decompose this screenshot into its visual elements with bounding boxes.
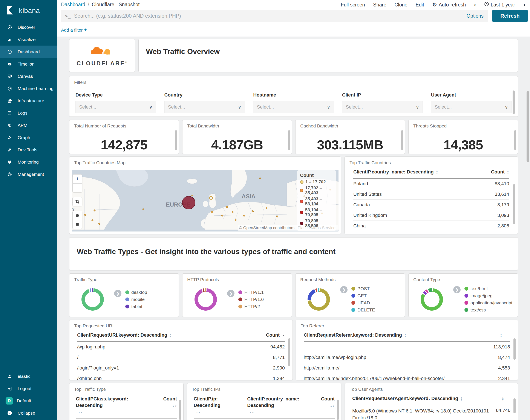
client-ip-select[interactable]: Select...∨ bbox=[342, 101, 423, 113]
add-filter-link[interactable]: Add a filter+ bbox=[61, 27, 87, 33]
sidebar-item-graph[interactable]: Graph bbox=[0, 131, 57, 144]
table-row: China2,805 bbox=[353, 221, 509, 231]
sidebar-item-machine-learning[interactable]: Machine Learning bbox=[0, 82, 57, 95]
table-row: /login/?login_only=12,990 bbox=[77, 363, 285, 373]
legend-item[interactable]: GET bbox=[351, 293, 375, 298]
column-header[interactable]: ClientRequestReferer.keyword: Descending… bbox=[304, 332, 498, 338]
sidebar-item-space-default[interactable]: D Default bbox=[0, 395, 57, 407]
map-zoom-in-button[interactable]: + bbox=[73, 174, 82, 183]
column-header[interactable]: ClientRequestUserAgent.keyword: Descendi… bbox=[352, 396, 500, 401]
scrollbar-thumb[interactable] bbox=[401, 130, 403, 150]
legend-dot bbox=[300, 211, 303, 214]
full-screen-button[interactable]: Full screen bbox=[341, 2, 365, 8]
scrollbar-thumb[interactable] bbox=[513, 184, 515, 224]
legend-toggle-icon[interactable]: ❯ bbox=[227, 290, 235, 297]
legend-item[interactable]: DELETE bbox=[351, 307, 375, 313]
breadcrumb-dashboard-link[interactable]: Dashboard bbox=[61, 2, 85, 8]
sidebar-item-visualize[interactable]: Visualize bbox=[0, 33, 57, 45]
hostname-select[interactable]: Select...∨ bbox=[253, 101, 334, 113]
auto-refresh-icon: ↻ bbox=[432, 1, 437, 8]
map-bubble-poland[interactable] bbox=[182, 196, 195, 209]
refresh-button[interactable]: Refresh bbox=[492, 10, 528, 22]
sort-icon: ▲▼ bbox=[507, 170, 509, 174]
column-header[interactable]: Count▲▼ bbox=[491, 169, 509, 175]
scrollbar-thumb[interactable] bbox=[288, 130, 290, 150]
column-header[interactable]: ClientIPClass.keyword:Descending▲▼ bbox=[76, 396, 163, 415]
kibana-logo-block[interactable]: kibana bbox=[0, 0, 57, 21]
breadcrumb-current: Cloudflare - Snapshot bbox=[92, 2, 139, 8]
device-type-select[interactable]: Select...∨ bbox=[75, 101, 156, 113]
sidebar-item-logout[interactable]: Logout bbox=[0, 382, 57, 395]
search-input[interactable] bbox=[74, 13, 462, 19]
column-header[interactable]: ClientIP.country_name:Descending▲▼ bbox=[247, 396, 307, 415]
sidebar-item-infrastructure[interactable]: Infrastructure bbox=[0, 95, 57, 107]
legend-item[interactable]: image/jpeg bbox=[464, 293, 512, 298]
sidebar-item-dashboard[interactable]: Dashboard bbox=[0, 45, 57, 58]
sidebar-item-management[interactable]: Management bbox=[0, 168, 57, 180]
legend-item[interactable]: desktop bbox=[125, 290, 147, 295]
traffic-type-donut-chart[interactable] bbox=[81, 288, 104, 311]
http-protocols-donut-chart[interactable] bbox=[194, 288, 217, 311]
sidebar-item-collapse[interactable]: Collapse bbox=[0, 407, 57, 419]
sidebar-item-label: Default bbox=[17, 398, 31, 404]
column-header[interactable]: Count▲▼ bbox=[163, 396, 177, 409]
scrollbar-thumb[interactable] bbox=[179, 400, 181, 420]
user-agent-select[interactable]: Select...∨ bbox=[431, 101, 512, 113]
legend-item[interactable]: text/html bbox=[464, 286, 512, 291]
scrollbar-thumb[interactable] bbox=[288, 338, 290, 366]
legend-item[interactable]: HTTP/1.0 bbox=[238, 297, 264, 302]
column-header[interactable]: ▲▼ bbox=[498, 332, 510, 338]
scrollbar-thumb[interactable] bbox=[513, 90, 515, 114]
sidebar-item-label: Canvas bbox=[18, 74, 33, 79]
legend-item[interactable]: application/javascript bbox=[464, 300, 512, 305]
query-options-link[interactable]: Options bbox=[467, 13, 484, 19]
sidebar-item-timelion[interactable]: Timelion bbox=[0, 58, 57, 70]
time-picker-button[interactable]: Last 1 year bbox=[484, 2, 515, 8]
map-fit-data-button[interactable] bbox=[73, 197, 82, 206]
scrollbar-thumb[interactable] bbox=[337, 400, 339, 420]
edit-button[interactable]: Edit bbox=[416, 2, 424, 8]
auto-refresh-button[interactable]: ↻Auto-refresh bbox=[432, 1, 466, 8]
legend-toggle-icon[interactable]: ❯ bbox=[340, 286, 348, 293]
legend-item[interactable]: text/css bbox=[464, 307, 512, 313]
column-header[interactable]: Count▲▼ bbox=[307, 396, 335, 409]
sidebar-item-monitoring[interactable]: Monitoring bbox=[0, 156, 57, 168]
map-zoom-out-button[interactable]: − bbox=[73, 183, 82, 192]
column-header[interactable]: ▲▼ bbox=[500, 396, 510, 401]
scrollbar-thumb[interactable] bbox=[175, 130, 177, 150]
share-button[interactable]: Share bbox=[373, 2, 386, 8]
legend-dot bbox=[464, 294, 468, 298]
sidebar-item-canvas[interactable]: Canvas bbox=[0, 70, 57, 82]
time-next-button[interactable]: › bbox=[523, 1, 525, 8]
sidebar-item-user[interactable]: elastic bbox=[0, 370, 57, 382]
request-methods-donut-chart[interactable] bbox=[308, 288, 330, 311]
legend-dot bbox=[300, 189, 303, 192]
legend-toggle-icon[interactable]: ❯ bbox=[453, 286, 461, 293]
legend-toggle-icon[interactable]: ❯ bbox=[114, 290, 121, 297]
legend-item[interactable]: tablet bbox=[125, 304, 147, 309]
time-previous-button[interactable]: ‹ bbox=[474, 1, 476, 8]
scrollbar-thumb[interactable] bbox=[514, 130, 516, 150]
polygon-icon bbox=[75, 213, 79, 217]
column-header[interactable]: Count▼ bbox=[266, 332, 285, 338]
sidebar-item-logs[interactable]: Logs bbox=[0, 107, 57, 119]
country-select[interactable]: Select...∨ bbox=[164, 101, 245, 113]
scrollbar-thumb[interactable] bbox=[514, 398, 515, 413]
sidebar-item-apm[interactable]: APM bbox=[0, 119, 57, 131]
legend-item[interactable]: HEAD bbox=[351, 300, 375, 305]
legend-item[interactable]: mobile bbox=[125, 297, 147, 302]
column-header[interactable]: ClientIP.country_name: Descending▲▼ bbox=[353, 169, 491, 175]
map-draw-polygon-button[interactable] bbox=[73, 211, 82, 220]
legend-item[interactable]: POST bbox=[351, 286, 375, 291]
sidebar-item-dev-tools[interactable]: Dev Tools bbox=[0, 144, 57, 156]
content-type-donut-chart[interactable] bbox=[421, 288, 443, 311]
legend-item[interactable]: HTTP/1.1 bbox=[238, 290, 264, 295]
clone-button[interactable]: Clone bbox=[394, 2, 407, 8]
map-draw-rectangle-button[interactable] bbox=[73, 220, 82, 229]
legend-item[interactable]: HTTP/2 bbox=[238, 304, 264, 309]
page-scrollbar-thumb[interactable] bbox=[527, 91, 529, 162]
scrollbar-thumb[interactable] bbox=[514, 338, 515, 360]
column-header[interactable]: ClientRequestURI.keyword: Descending▲▼ bbox=[77, 332, 266, 338]
column-header[interactable]: ClientIP.ip:Descending▲▼ bbox=[194, 396, 247, 415]
sidebar-item-discover[interactable]: Discover bbox=[0, 21, 57, 33]
